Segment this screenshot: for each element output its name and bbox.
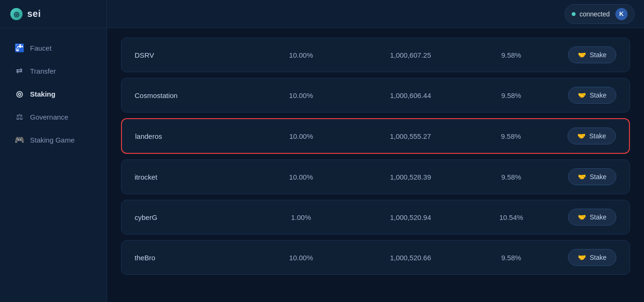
stake-icon: 🤝 <box>578 51 586 59</box>
stake-label: Stake <box>590 173 606 181</box>
validator-tokens: 1,000,520.66 <box>345 254 476 262</box>
governance-icon: ⚖ <box>14 112 24 122</box>
stake-button[interactable]: 🤝 Stake <box>568 87 616 104</box>
stake-button[interactable]: 🤝 Stake <box>568 209 616 226</box>
validator-tokens: 1,000,607.25 <box>345 51 476 59</box>
logo-icon: ◎ <box>10 8 23 20</box>
validator-apr: 10.54% <box>476 213 546 221</box>
connected-label: connected <box>579 10 610 18</box>
stake-label: Stake <box>590 213 606 221</box>
sidebar-item-staking-game[interactable]: 🎮 Staking Game <box>4 129 103 151</box>
stake-label: Stake <box>590 91 606 99</box>
staking-game-icon: 🎮 <box>14 135 24 145</box>
sidebar-item-faucet[interactable]: 🚰 Faucet <box>4 38 103 59</box>
transfer-icon: ⇄ <box>14 66 24 76</box>
stake-button[interactable]: 🤝 Stake <box>568 128 616 144</box>
validator-action: 🤝 Stake <box>546 168 616 185</box>
logo-area: ◎ sei <box>0 0 106 28</box>
sidebar-item-transfer[interactable]: ⇄ Transfer <box>4 60 103 82</box>
sidebar-item-staking[interactable]: ◎ Staking <box>4 83 103 105</box>
validator-tokens: 1,000,555.27 <box>345 132 476 140</box>
avatar: K <box>615 8 628 20</box>
sidebar-item-governance[interactable]: ⚖ Governance <box>4 106 103 128</box>
logo-text: sei <box>27 8 41 19</box>
validator-action: 🤝 Stake <box>546 46 616 63</box>
validator-list: DSRV 10.00% 1,000,607.25 9.58% 🤝 Stake C… <box>121 38 630 275</box>
stake-icon: 🤝 <box>578 254 586 261</box>
validator-action: 🤝 Stake <box>546 209 616 226</box>
topbar: connected K <box>107 0 644 28</box>
table-row: itrocket 10.00% 1,000,528.39 9.58% 🤝 Sta… <box>121 159 630 194</box>
sidebar-item-label-transfer: Transfer <box>30 67 56 75</box>
stake-button[interactable]: 🤝 Stake <box>568 46 616 63</box>
table-row: Cosmostation 10.00% 1,000,606.44 9.58% 🤝… <box>121 78 630 113</box>
validator-name: theBro <box>135 254 257 262</box>
connected-badge[interactable]: connected K <box>565 4 635 24</box>
stake-button[interactable]: 🤝 Stake <box>568 249 616 266</box>
stake-icon: 🤝 <box>578 91 586 99</box>
sidebar: ◎ sei 🚰 Faucet ⇄ Transfer ◎ Staking ⚖ Go… <box>0 0 107 302</box>
sidebar-item-label-governance: Governance <box>30 113 68 121</box>
stake-icon: 🤝 <box>578 213 586 221</box>
validator-action: 🤝 Stake <box>546 128 616 144</box>
validator-commission: 10.00% <box>257 254 345 262</box>
staking-icon: ◎ <box>14 89 24 99</box>
sidebar-item-label-faucet: Faucet <box>30 44 52 52</box>
table-row: cyberG 1.00% 1,000,520.94 10.54% 🤝 Stake <box>121 200 630 234</box>
validator-action: 🤝 Stake <box>546 87 616 104</box>
validator-apr: 9.58% <box>476 91 546 99</box>
table-row: DSRV 10.00% 1,000,607.25 9.58% 🤝 Stake <box>121 38 630 72</box>
validator-commission: 1.00% <box>257 213 345 221</box>
validator-name: landeros <box>135 132 258 140</box>
validator-name: cyberG <box>135 213 257 221</box>
stake-label: Stake <box>590 51 606 59</box>
validator-commission: 10.00% <box>257 91 345 99</box>
validator-name: Cosmostation <box>135 91 257 99</box>
validator-tokens: 1,000,606.44 <box>345 91 476 99</box>
sidebar-item-label-staking-game: Staking Game <box>30 136 75 144</box>
validator-tokens: 1,000,528.39 <box>345 173 476 181</box>
validator-name: itrocket <box>135 173 257 181</box>
sidebar-item-label-staking: Staking <box>30 90 55 98</box>
validator-apr: 9.58% <box>476 254 546 262</box>
main-content: DSRV 10.00% 1,000,607.25 9.58% 🤝 Stake C… <box>107 28 644 302</box>
faucet-icon: 🚰 <box>14 43 24 53</box>
validator-apr: 9.58% <box>476 51 546 59</box>
sidebar-nav: 🚰 Faucet ⇄ Transfer ◎ Staking ⚖ Governan… <box>0 28 106 160</box>
connected-dot <box>572 12 576 16</box>
stake-label: Stake <box>589 132 606 140</box>
validator-commission: 10.00% <box>257 51 345 59</box>
validator-action: 🤝 Stake <box>546 249 616 266</box>
table-row: landeros 10.00% 1,000,555.27 9.58% 🤝 Sta… <box>121 118 630 154</box>
validator-commission: 10.00% <box>258 132 345 140</box>
stake-button[interactable]: 🤝 Stake <box>568 168 616 185</box>
stake-icon: 🤝 <box>578 173 586 181</box>
table-row: theBro 10.00% 1,000,520.66 9.58% 🤝 Stake <box>121 240 630 275</box>
validator-commission: 10.00% <box>257 173 345 181</box>
validator-apr: 9.58% <box>476 173 546 181</box>
validator-tokens: 1,000,520.94 <box>345 213 476 221</box>
validator-apr: 9.58% <box>476 132 546 140</box>
stake-label: Stake <box>590 254 606 261</box>
validator-name: DSRV <box>135 51 257 59</box>
stake-icon: 🤝 <box>577 132 585 140</box>
